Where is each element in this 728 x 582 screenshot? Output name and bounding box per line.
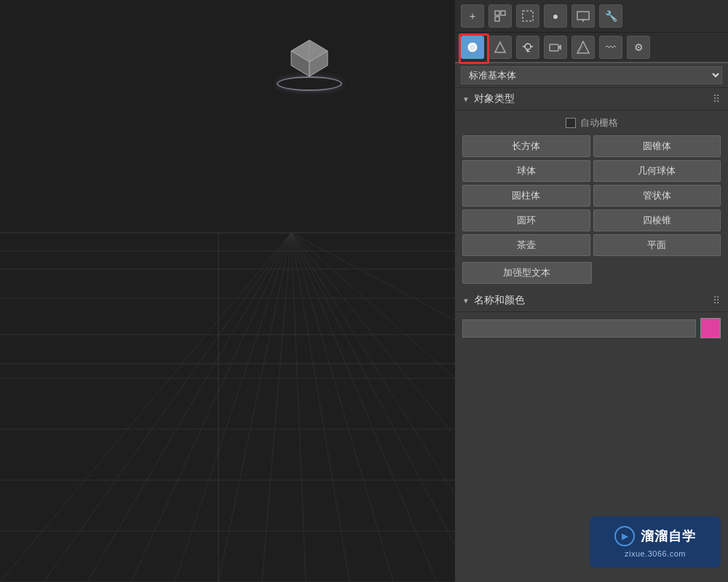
dropdown-row: 标准基本体 扩展基本体 复合对象 粒子系统 [455, 63, 728, 88]
grid-background [0, 0, 455, 582]
object-types-title: 对象类型 [474, 92, 515, 105]
tube-button[interactable]: 管状体 [593, 185, 721, 207]
cone-button[interactable]: 圆锥体 [593, 135, 721, 157]
3d-viewport[interactable] [0, 0, 455, 582]
name-color-title: 名称和颜色 [474, 294, 525, 307]
svg-marker-51 [577, 41, 589, 53]
cube-icon [288, 36, 331, 80]
name-color-input-row [462, 318, 721, 338]
svg-rect-49 [550, 44, 558, 51]
name-color-panel [455, 312, 728, 344]
cylinder-button[interactable]: 圆柱体 [462, 185, 590, 207]
helper-button[interactable] [571, 36, 595, 59]
box-button[interactable]: 长方体 [462, 135, 590, 157]
name-color-header: ▼ 名称和颜色 ⠿ [455, 290, 728, 312]
svg-point-44 [525, 44, 531, 49]
screen-button[interactable] [571, 4, 595, 28]
svg-rect-33 [495, 11, 499, 15]
sphere-button[interactable]: ● [544, 4, 567, 28]
sphere-btn[interactable]: 球体 [462, 160, 590, 182]
auto-grid-checkbox[interactable] [566, 118, 576, 128]
wrench-button[interactable]: 🔧 [599, 4, 622, 28]
toolbar-row1: + ● 🔧 [455, 0, 728, 33]
watermark: ▶ 溜溜自学 zixue.3066.com [590, 517, 721, 567]
frame-button[interactable] [516, 4, 539, 28]
shape-button[interactable] [488, 36, 512, 59]
auto-grid-row: 自动栅格 [462, 116, 721, 129]
geometry-button-wrapper [461, 36, 484, 59]
section-grip-2: ⠿ [713, 295, 721, 306]
watermark-url: zixue.3066.com [625, 549, 686, 558]
object-category-dropdown[interactable]: 标准基本体 扩展基本体 复合对象 粒子系统 [461, 66, 722, 84]
camera-button[interactable] [544, 36, 567, 59]
toolbar-section: + ● 🔧 [461, 4, 622, 28]
geometry-button[interactable] [461, 36, 484, 59]
spacewarp-button[interactable]: 〰 [599, 36, 622, 59]
svg-rect-34 [501, 11, 505, 15]
svg-rect-37 [577, 12, 589, 20]
geosphere-button[interactable]: 几何球体 [593, 160, 721, 182]
plane-button[interactable]: 平面 [593, 234, 721, 256]
right-panel: + ● 🔧 [455, 0, 728, 582]
object-types-header: ▼ 对象类型 ⠿ [455, 88, 728, 111]
object-types-panel: 自动栅格 长方体 圆锥体 球体 几何球体 圆柱体 管状体 圆环 四棱锥 茶壶 平… [455, 111, 728, 290]
light-button[interactable] [516, 36, 539, 59]
grid-select-button[interactable] [488, 4, 512, 28]
system-button[interactable]: ⚙ [627, 36, 650, 59]
object-buttons-grid: 长方体 圆锥体 球体 几何球体 圆柱体 管状体 圆环 四棱锥 茶壶 平面 [462, 135, 721, 256]
svg-rect-0 [0, 0, 455, 582]
toolbar-row2: 〰 ⚙ [455, 33, 728, 63]
svg-rect-35 [495, 17, 499, 21]
teapot-button[interactable]: 茶壶 [462, 234, 590, 256]
collapse-triangle-2[interactable]: ▼ [462, 297, 470, 305]
pyramid-button[interactable]: 四棱锥 [593, 210, 721, 231]
section-grip: ⠿ [713, 93, 721, 105]
collapse-triangle[interactable]: ▼ [462, 95, 470, 103]
enhanced-text-button[interactable]: 加强型文本 [462, 262, 592, 284]
auto-grid-label: 自动栅格 [580, 116, 618, 129]
color-swatch[interactable] [700, 318, 721, 338]
svg-marker-43 [495, 42, 505, 52]
torus-button[interactable]: 圆环 [462, 210, 590, 231]
object-ring [277, 76, 342, 91]
3d-object [269, 36, 349, 109]
add-button[interactable]: + [461, 4, 484, 28]
watermark-brand: 溜溜自学 [641, 527, 696, 545]
watermark-top: ▶ 溜溜自学 [614, 526, 696, 546]
svg-point-42 [470, 44, 475, 50]
name-input[interactable] [462, 319, 696, 338]
svg-rect-36 [523, 11, 533, 21]
watermark-play-icon: ▶ [614, 526, 635, 546]
